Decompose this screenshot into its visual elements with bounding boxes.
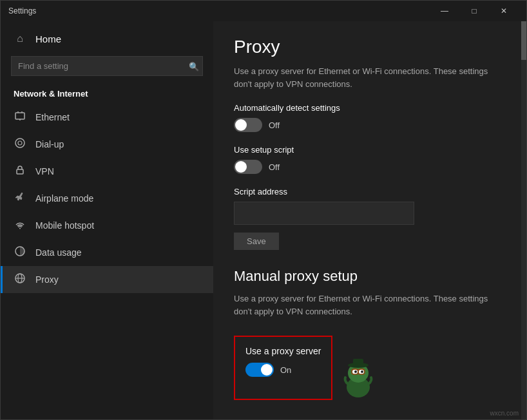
search-box: 🔍 [11, 56, 203, 76]
svg-point-18 [354, 370, 357, 373]
sidebar-item-proxy[interactable]: Proxy [1, 266, 213, 293]
sidebar: Home 🔍 Network & Internet Ethernet Dial-… [1, 21, 213, 419]
svg-point-7 [19, 228, 21, 229]
setup-script-knob [235, 161, 247, 173]
use-proxy-status: On [280, 365, 291, 375]
svg-point-5 [18, 141, 22, 145]
search-button[interactable]: 🔍 [189, 61, 199, 71]
data-icon [14, 245, 26, 260]
use-proxy-label: Use a proxy server [245, 346, 321, 356]
use-proxy-box: Use a proxy server On [234, 336, 332, 400]
script-address-label: Script address [234, 187, 506, 196]
settings-window: Settings — □ ✕ Home 🔍 Network & Internet [0, 0, 527, 420]
sidebar-item-ethernet[interactable]: Ethernet [1, 104, 213, 131]
proxy-icon [14, 272, 26, 287]
svg-rect-0 [15, 113, 24, 119]
right-panel: Proxy Use a proxy server for Ethernet or… [213, 21, 526, 419]
dialup-icon [14, 137, 26, 151]
hotspot-icon [14, 218, 26, 233]
sidebar-item-hotspot[interactable]: Mobile hotspot [1, 212, 213, 239]
use-proxy-toggle[interactable] [245, 363, 274, 377]
maximize-button[interactable]: □ [459, 1, 489, 21]
sidebar-label-airplane: Airplane mode [35, 193, 93, 204]
mascot [339, 355, 378, 400]
title-bar: Settings — □ ✕ [1, 1, 526, 21]
vpn-icon [14, 164, 26, 178]
auto-detect-knob [235, 119, 247, 131]
sidebar-item-home[interactable]: Home [1, 26, 213, 51]
svg-rect-6 [17, 169, 23, 174]
auto-detect-toggle[interactable] [234, 118, 262, 132]
save-button[interactable]: Save [234, 233, 279, 250]
sidebar-label-hotspot: Mobile hotspot [35, 220, 94, 231]
scrollbar-track[interactable] [521, 21, 526, 419]
sidebar-item-data[interactable]: Data usage [1, 239, 213, 266]
sidebar-label-ethernet: Ethernet [35, 112, 70, 122]
setup-script-toggle[interactable] [234, 160, 262, 174]
sidebar-item-dialup[interactable]: Dial-up [1, 131, 213, 158]
setup-script-label: Use setup script [234, 145, 506, 155]
sidebar-home-label: Home [35, 33, 61, 44]
watermark: wxcn.com [490, 410, 519, 417]
auto-detect-row: Off [234, 118, 506, 132]
window-title: Settings [8, 6, 430, 15]
home-icon [14, 33, 26, 44]
close-button[interactable]: ✕ [489, 1, 519, 21]
window-controls: — □ ✕ [430, 1, 519, 21]
scrollbar-thumb[interactable] [521, 21, 526, 60]
auto-detect-status: Off [269, 120, 280, 130]
main-content: Home 🔍 Network & Internet Ethernet Dial-… [1, 21, 526, 419]
manual-section-title: Manual proxy setup [234, 268, 506, 285]
ethernet-icon [14, 110, 26, 124]
minimize-button[interactable]: — [430, 1, 459, 21]
svg-point-19 [361, 370, 363, 373]
auto-proxy-description: Use a proxy server for Ethernet or Wi-Fi… [234, 65, 506, 90]
use-proxy-knob [261, 364, 273, 376]
sidebar-label-dialup: Dial-up [35, 139, 64, 149]
sidebar-label-proxy: Proxy [35, 274, 59, 285]
sidebar-item-airplane[interactable]: Airplane mode [1, 185, 213, 212]
sidebar-item-vpn[interactable]: VPN [1, 158, 213, 185]
setup-script-row: Off [234, 160, 506, 174]
sidebar-label-data: Data usage [35, 247, 82, 258]
sidebar-label-vpn: VPN [35, 166, 54, 177]
script-address-input[interactable] [234, 202, 414, 225]
page-title: Proxy [234, 37, 506, 57]
auto-detect-label: Automatically detect settings [234, 103, 506, 113]
sidebar-section-title: Network & Internet [1, 81, 213, 104]
svg-rect-15 [353, 359, 363, 367]
airplane-icon [14, 191, 26, 205]
use-proxy-row: On [245, 363, 321, 377]
setup-script-status: Off [269, 162, 280, 172]
search-input[interactable] [11, 56, 203, 76]
manual-section-desc: Use a proxy server for Ethernet or Wi-Fi… [234, 292, 506, 318]
svg-point-4 [15, 138, 24, 148]
